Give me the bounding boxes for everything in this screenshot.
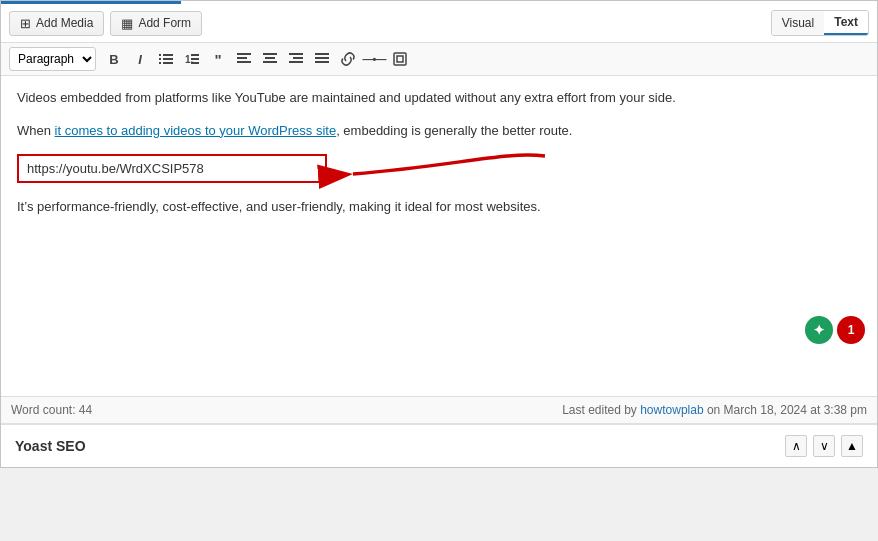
svg-rect-22 xyxy=(394,53,406,65)
red-badge-count: 1 xyxy=(848,323,855,337)
align-left-button[interactable] xyxy=(232,47,256,71)
editor-topbar: ⊞ Add Media ▦ Add Form Visual Text xyxy=(1,4,877,43)
word-count-value: 44 xyxy=(79,403,92,417)
svg-rect-14 xyxy=(265,57,275,59)
url-input-container xyxy=(17,154,861,183)
svg-rect-12 xyxy=(237,61,251,63)
editor-text: Videos embedded from platforms like YouT… xyxy=(17,88,861,217)
paragraph-select[interactable]: Paragraph xyxy=(9,47,96,71)
ordered-list-button[interactable]: 1. xyxy=(180,47,204,71)
editor-toolbar: Paragraph B I 1. " —•— xyxy=(1,43,877,76)
last-edited-info: Last edited by howtowplab on March 18, 2… xyxy=(562,403,867,417)
editor-view-tabs: Visual Text xyxy=(771,10,869,36)
add-media-icon: ⊞ xyxy=(20,16,31,31)
last-edited-prefix: Last edited by xyxy=(562,403,640,417)
bold-button[interactable]: B xyxy=(102,47,126,71)
red-badge-icon[interactable]: 1 xyxy=(837,316,865,344)
editor-content-area: Videos embedded from platforms like YouT… xyxy=(1,76,877,396)
svg-rect-20 xyxy=(315,57,329,59)
fullscreen-button[interactable] xyxy=(388,47,412,71)
svg-rect-13 xyxy=(263,53,277,55)
add-form-button[interactable]: ▦ Add Form xyxy=(110,11,202,36)
italic-button[interactable]: I xyxy=(128,47,152,71)
green-icon-symbol: ✦ xyxy=(813,322,825,338)
tab-text[interactable]: Text xyxy=(824,11,868,35)
para2-prefix: When xyxy=(17,123,55,138)
svg-rect-18 xyxy=(289,61,303,63)
svg-rect-3 xyxy=(163,58,173,60)
para2-suffix: , embedding is generally the better rout… xyxy=(336,123,572,138)
para2-link[interactable]: it comes to adding videos to your WordPr… xyxy=(55,123,337,138)
last-edited-user[interactable]: howtowplab xyxy=(640,403,703,417)
svg-rect-15 xyxy=(263,61,277,63)
yoast-seo-bar: Yoast SEO ∧ ∨ ▲ xyxy=(1,423,877,467)
paragraph-2: When it comes to adding videos to your W… xyxy=(17,121,861,142)
tab-visual[interactable]: Visual xyxy=(772,11,824,35)
svg-rect-10 xyxy=(237,53,251,55)
add-media-button[interactable]: ⊞ Add Media xyxy=(9,11,104,36)
svg-rect-17 xyxy=(293,57,303,59)
svg-rect-4 xyxy=(159,62,161,64)
yoast-seo-title: Yoast SEO xyxy=(15,438,86,454)
add-form-label: Add Form xyxy=(138,16,191,30)
wp-more-button[interactable]: —•— xyxy=(362,47,386,71)
word-count-label: Word count: xyxy=(11,403,75,417)
yoast-controls: ∧ ∨ ▲ xyxy=(785,435,863,457)
url-input[interactable] xyxy=(17,154,327,183)
link-button[interactable] xyxy=(336,47,360,71)
justify-button[interactable] xyxy=(310,47,334,71)
yoast-collapse-down-button[interactable]: ∨ xyxy=(813,435,835,457)
paragraph-3: It’s performance-friendly, cost-effectiv… xyxy=(17,197,861,218)
svg-rect-7 xyxy=(191,54,199,56)
word-count: Word count: 44 xyxy=(11,403,92,417)
editor-statusbar: Word count: 44 Last edited by howtowplab… xyxy=(1,396,877,423)
add-form-icon: ▦ xyxy=(121,16,133,31)
svg-rect-0 xyxy=(159,54,161,56)
yoast-expand-button[interactable]: ▲ xyxy=(841,435,863,457)
green-icon[interactable]: ✦ xyxy=(805,316,833,344)
unordered-list-button[interactable] xyxy=(154,47,178,71)
svg-rect-1 xyxy=(163,54,173,56)
add-media-label: Add Media xyxy=(36,16,93,30)
last-edited-suffix: on March 18, 2024 at 3:38 pm xyxy=(704,403,867,417)
red-arrow-svg xyxy=(335,146,555,194)
svg-rect-8 xyxy=(191,58,199,60)
svg-rect-21 xyxy=(315,61,329,63)
blockquote-button[interactable]: " xyxy=(206,47,230,71)
toolbar-left-actions: ⊞ Add Media ▦ Add Form xyxy=(9,11,202,36)
svg-rect-2 xyxy=(159,58,161,60)
align-right-button[interactable] xyxy=(284,47,308,71)
align-center-button[interactable] xyxy=(258,47,282,71)
editor-bottom-icons: ✦ 1 xyxy=(805,316,865,344)
yoast-collapse-up-button[interactable]: ∧ xyxy=(785,435,807,457)
svg-rect-9 xyxy=(191,62,199,64)
svg-rect-19 xyxy=(315,53,329,55)
paragraph-1: Videos embedded from platforms like YouT… xyxy=(17,88,861,109)
svg-rect-16 xyxy=(289,53,303,55)
svg-rect-23 xyxy=(397,56,403,62)
arrow-annotation xyxy=(335,146,555,194)
svg-rect-11 xyxy=(237,57,247,59)
svg-rect-5 xyxy=(163,62,173,64)
